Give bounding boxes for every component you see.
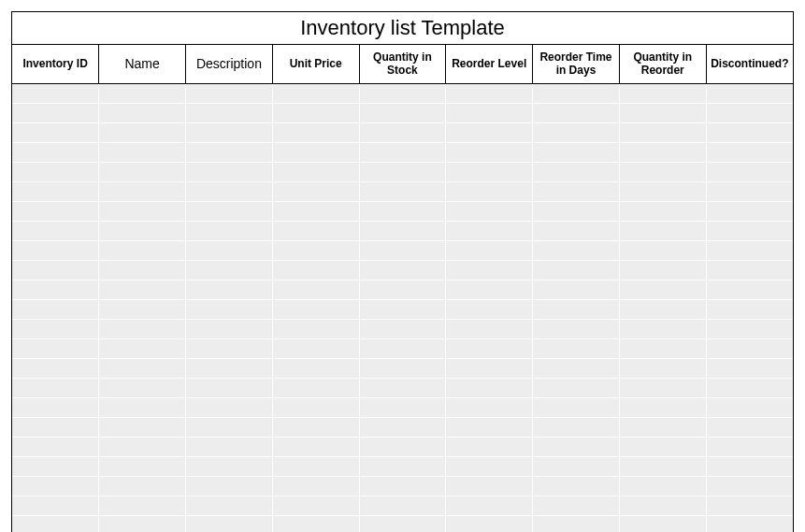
table-cell[interactable]: [12, 122, 99, 142]
table-cell[interactable]: [99, 201, 186, 221]
table-cell[interactable]: [272, 181, 359, 201]
table-cell[interactable]: [446, 358, 533, 378]
table-cell[interactable]: [186, 83, 273, 103]
table-cell[interactable]: [272, 437, 359, 456]
table-cell[interactable]: [359, 397, 446, 417]
table-cell[interactable]: [446, 299, 533, 319]
table-cell[interactable]: [706, 378, 793, 397]
table-cell[interactable]: [359, 319, 446, 338]
table-cell[interactable]: [359, 496, 446, 515]
table-cell[interactable]: [272, 221, 359, 240]
table-cell[interactable]: [186, 142, 273, 162]
table-cell[interactable]: [272, 319, 359, 338]
table-cell[interactable]: [706, 319, 793, 338]
table-cell[interactable]: [446, 378, 533, 397]
table-cell[interactable]: [533, 456, 620, 476]
table-cell[interactable]: [619, 103, 706, 122]
table-cell[interactable]: [99, 240, 186, 260]
table-cell[interactable]: [99, 103, 186, 122]
table-cell[interactable]: [186, 496, 273, 515]
table-cell[interactable]: [706, 122, 793, 142]
table-cell[interactable]: [359, 437, 446, 456]
table-cell[interactable]: [272, 260, 359, 280]
table-cell[interactable]: [99, 299, 186, 319]
table-cell[interactable]: [706, 437, 793, 456]
table-cell[interactable]: [99, 397, 186, 417]
table-cell[interactable]: [272, 162, 359, 181]
table-cell[interactable]: [12, 496, 99, 515]
table-cell[interactable]: [619, 456, 706, 476]
table-cell[interactable]: [533, 280, 620, 299]
table-cell[interactable]: [99, 181, 186, 201]
table-cell[interactable]: [533, 162, 620, 181]
table-cell[interactable]: [706, 201, 793, 221]
table-cell[interactable]: [359, 338, 446, 358]
table-cell[interactable]: [272, 476, 359, 496]
table-cell[interactable]: [186, 162, 273, 181]
table-cell[interactable]: [12, 515, 99, 532]
table-cell[interactable]: [706, 496, 793, 515]
table-cell[interactable]: [12, 456, 99, 476]
table-cell[interactable]: [12, 260, 99, 280]
table-cell[interactable]: [359, 83, 446, 103]
table-cell[interactable]: [446, 456, 533, 476]
table-cell[interactable]: [99, 496, 186, 515]
table-cell[interactable]: [12, 299, 99, 319]
table-cell[interactable]: [12, 437, 99, 456]
table-cell[interactable]: [446, 142, 533, 162]
table-cell[interactable]: [272, 103, 359, 122]
table-cell[interactable]: [533, 378, 620, 397]
table-cell[interactable]: [99, 338, 186, 358]
table-cell[interactable]: [706, 181, 793, 201]
table-cell[interactable]: [706, 103, 793, 122]
table-cell[interactable]: [706, 397, 793, 417]
table-cell[interactable]: [12, 142, 99, 162]
table-cell[interactable]: [619, 201, 706, 221]
table-cell[interactable]: [619, 221, 706, 240]
table-cell[interactable]: [272, 397, 359, 417]
table-cell[interactable]: [533, 103, 620, 122]
table-cell[interactable]: [359, 162, 446, 181]
table-cell[interactable]: [12, 201, 99, 221]
table-cell[interactable]: [619, 162, 706, 181]
table-cell[interactable]: [99, 142, 186, 162]
table-cell[interactable]: [186, 280, 273, 299]
table-cell[interactable]: [12, 476, 99, 496]
table-cell[interactable]: [99, 122, 186, 142]
table-cell[interactable]: [533, 240, 620, 260]
table-cell[interactable]: [533, 221, 620, 240]
table-cell[interactable]: [12, 338, 99, 358]
table-cell[interactable]: [619, 338, 706, 358]
table-cell[interactable]: [446, 397, 533, 417]
table-cell[interactable]: [12, 280, 99, 299]
table-cell[interactable]: [533, 83, 620, 103]
table-cell[interactable]: [272, 240, 359, 260]
table-cell[interactable]: [186, 358, 273, 378]
table-cell[interactable]: [272, 338, 359, 358]
table-cell[interactable]: [99, 319, 186, 338]
table-cell[interactable]: [533, 476, 620, 496]
table-cell[interactable]: [186, 417, 273, 437]
table-cell[interactable]: [272, 142, 359, 162]
table-cell[interactable]: [272, 378, 359, 397]
table-cell[interactable]: [99, 437, 186, 456]
table-cell[interactable]: [99, 260, 186, 280]
table-cell[interactable]: [446, 240, 533, 260]
table-cell[interactable]: [533, 319, 620, 338]
table-cell[interactable]: [533, 201, 620, 221]
table-cell[interactable]: [533, 496, 620, 515]
table-cell[interactable]: [619, 122, 706, 142]
table-cell[interactable]: [619, 496, 706, 515]
table-cell[interactable]: [99, 378, 186, 397]
table-cell[interactable]: [359, 201, 446, 221]
table-cell[interactable]: [706, 299, 793, 319]
table-cell[interactable]: [533, 181, 620, 201]
table-cell[interactable]: [99, 280, 186, 299]
table-cell[interactable]: [619, 240, 706, 260]
table-cell[interactable]: [619, 319, 706, 338]
table-cell[interactable]: [706, 280, 793, 299]
table-cell[interactable]: [99, 417, 186, 437]
table-cell[interactable]: [446, 221, 533, 240]
table-cell[interactable]: [359, 142, 446, 162]
table-cell[interactable]: [99, 83, 186, 103]
